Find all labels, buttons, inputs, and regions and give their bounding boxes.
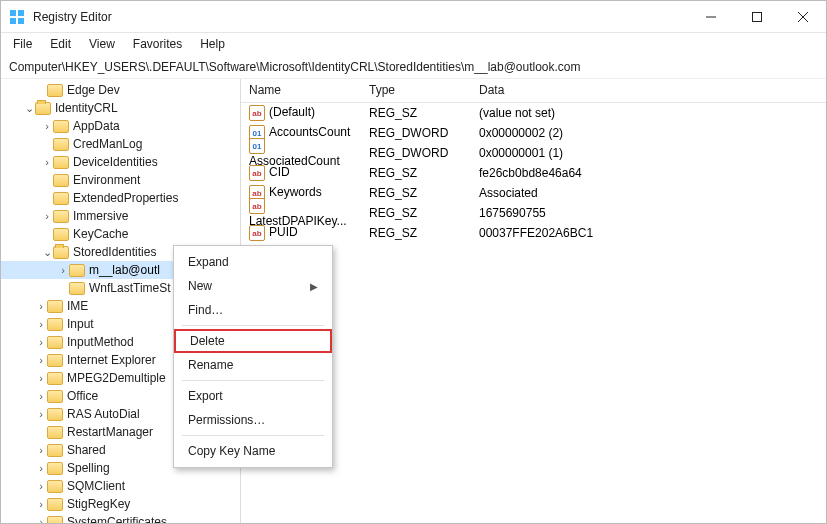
menu-help[interactable]: Help	[192, 35, 233, 53]
folder-icon	[47, 390, 63, 403]
value-data: (value not set)	[471, 106, 826, 120]
expand-icon[interactable]: ›	[35, 480, 47, 492]
expand-icon[interactable]: ›	[35, 516, 47, 523]
expand-icon[interactable]: ›	[35, 498, 47, 510]
expand-icon[interactable]: ›	[41, 210, 53, 222]
folder-icon	[53, 174, 69, 187]
main-pane: Edge Dev ⌄IdentityCRL ›AppData CredManLo…	[1, 79, 826, 523]
folder-icon	[47, 408, 63, 421]
value-name: abCID	[241, 165, 361, 182]
expand-icon[interactable]: ›	[35, 300, 47, 312]
tree-item-deviceidentities[interactable]: ›DeviceIdentities	[1, 153, 240, 171]
folder-icon	[69, 264, 85, 277]
minimize-button[interactable]	[688, 1, 734, 33]
expand-icon[interactable]: ›	[35, 336, 47, 348]
value-data: 00037FFE202A6BC1	[471, 226, 826, 240]
context-delete[interactable]: Delete	[174, 329, 332, 353]
context-permissions[interactable]: Permissions…	[174, 408, 332, 432]
folder-icon	[53, 138, 69, 151]
menubar: File Edit View Favorites Help	[1, 33, 826, 55]
value-name: abLatestDPAPIKey...	[241, 198, 361, 229]
context-menu: Expand New▶ Find… Delete Rename Export P…	[173, 245, 333, 468]
tree-item-extendedproperties[interactable]: ExtendedProperties	[1, 189, 240, 207]
expand-icon[interactable]: ›	[41, 120, 53, 132]
collapse-icon[interactable]: ⌄	[41, 246, 53, 259]
tree-item-stig[interactable]: ›StigRegKey	[1, 495, 240, 513]
context-rename[interactable]: Rename	[174, 353, 332, 377]
expand-icon[interactable]: ›	[41, 156, 53, 168]
tree-item-appdata[interactable]: ›AppData	[1, 117, 240, 135]
registry-editor-icon	[9, 9, 25, 25]
folder-icon	[53, 210, 69, 223]
value-data: 1675690755	[471, 206, 826, 220]
value-name: 01AssociatedCount	[241, 138, 361, 169]
expand-icon[interactable]: ›	[35, 444, 47, 456]
value-row[interactable]: abCIDREG_SZfe26cb0bd8e46a64	[241, 163, 826, 183]
value-type: REG_SZ	[361, 226, 471, 240]
folder-icon	[53, 228, 69, 241]
context-find[interactable]: Find…	[174, 298, 332, 322]
context-expand[interactable]: Expand	[174, 250, 332, 274]
value-type: REG_SZ	[361, 106, 471, 120]
value-row[interactable]: ab(Default)REG_SZ(value not set)	[241, 103, 826, 123]
tree-item-immersive[interactable]: ›Immersive	[1, 207, 240, 225]
folder-icon	[47, 426, 63, 439]
folder-icon	[69, 282, 85, 295]
tree-item-keycache[interactable]: KeyCache	[1, 225, 240, 243]
value-row[interactable]: 01AssociatedCountREG_DWORD0x00000001 (1)	[241, 143, 826, 163]
value-data: 0x00000001 (1)	[471, 146, 826, 160]
column-name[interactable]: Name	[241, 79, 361, 102]
menu-edit[interactable]: Edit	[42, 35, 79, 53]
value-data: fe26cb0bd8e46a64	[471, 166, 826, 180]
value-row[interactable]: abLatestDPAPIKey...REG_SZ1675690755	[241, 203, 826, 223]
value-name: abPUID	[241, 225, 361, 242]
expand-icon[interactable]: ›	[35, 408, 47, 420]
folder-icon	[47, 498, 63, 511]
string-value-icon: ab	[249, 165, 265, 181]
tree-item-syscert[interactable]: ›SystemCertificates	[1, 513, 240, 523]
submenu-arrow-icon: ▶	[310, 281, 318, 292]
value-row[interactable]: abPUIDREG_SZ00037FFE202A6BC1	[241, 223, 826, 243]
context-new[interactable]: New▶	[174, 274, 332, 298]
tree-item-edge-dev[interactable]: Edge Dev	[1, 81, 240, 99]
expand-icon[interactable]: ›	[35, 390, 47, 402]
expand-icon[interactable]: ›	[57, 264, 69, 276]
string-value-icon: ab	[249, 105, 265, 121]
collapse-icon[interactable]: ⌄	[23, 102, 35, 115]
separator	[182, 435, 324, 436]
folder-icon	[47, 318, 63, 331]
menu-view[interactable]: View	[81, 35, 123, 53]
value-name: ab(Default)	[241, 105, 361, 122]
tree-item-sqm[interactable]: ›SQMClient	[1, 477, 240, 495]
tree-item-environment[interactable]: Environment	[1, 171, 240, 189]
expand-icon[interactable]: ›	[35, 318, 47, 330]
tree-item-identitycrl[interactable]: ⌄IdentityCRL	[1, 99, 240, 117]
address-bar[interactable]: Computer\HKEY_USERS\.DEFAULT\Software\Mi…	[1, 55, 826, 79]
menu-file[interactable]: File	[5, 35, 40, 53]
folder-icon	[53, 156, 69, 169]
folder-icon	[47, 480, 63, 493]
folder-icon	[47, 462, 63, 475]
folder-icon	[53, 246, 69, 259]
maximize-button[interactable]	[734, 1, 780, 33]
close-button[interactable]	[780, 1, 826, 33]
folder-icon	[53, 120, 69, 133]
menu-favorites[interactable]: Favorites	[125, 35, 190, 53]
tree-item-credmanlog[interactable]: CredManLog	[1, 135, 240, 153]
svg-rect-1	[753, 12, 762, 21]
expand-icon[interactable]: ›	[35, 462, 47, 474]
folder-icon	[47, 336, 63, 349]
folder-icon	[47, 444, 63, 457]
value-type: REG_DWORD	[361, 126, 471, 140]
value-type: REG_DWORD	[361, 146, 471, 160]
expand-icon[interactable]: ›	[35, 372, 47, 384]
context-copy-key-name[interactable]: Copy Key Name	[174, 439, 332, 463]
titlebar[interactable]: Registry Editor	[1, 1, 826, 33]
column-data[interactable]: Data	[471, 79, 826, 102]
value-data: 0x00000002 (2)	[471, 126, 826, 140]
context-export[interactable]: Export	[174, 384, 332, 408]
column-type[interactable]: Type	[361, 79, 471, 102]
folder-icon	[47, 372, 63, 385]
folder-icon	[47, 84, 63, 97]
expand-icon[interactable]: ›	[35, 354, 47, 366]
